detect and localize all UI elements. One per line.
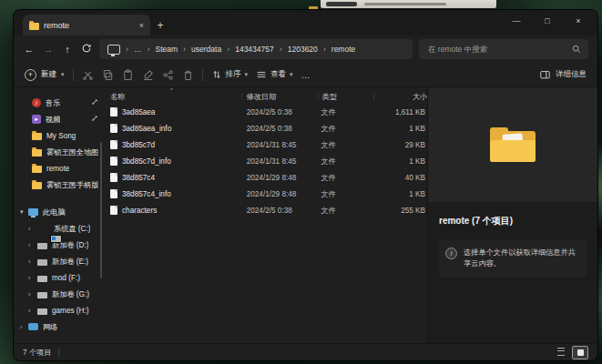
minimize-button[interactable]: — [501,10,532,34]
breadcrumb-segment-remote[interactable]: remote [332,45,355,54]
file-row[interactable]: 3bd85c7d 2024/1/31 8:45 文件 29 KB [110,136,427,153]
paste-button[interactable] [122,69,134,81]
file-name: 38d857c4_info [122,190,171,198]
column-headers: ^ 名称 修改日期 类型 大小 [110,89,427,104]
cut-button[interactable] [82,69,94,81]
share-button[interactable] [162,69,174,81]
sidebar-item-drive-c[interactable]: › 系统盘 (C:) [14,220,103,237]
chevron-right-icon[interactable]: › [183,45,186,54]
breadcrumb-segment-steam[interactable]: Steam [156,45,179,54]
sidebar-item-network[interactable]: › 网络 [14,318,103,335]
search-box[interactable] [419,39,588,59]
sidebar-item-drive-g[interactable]: › 新加卷 (G:) [14,286,103,302]
chevron-right-icon[interactable]: › [148,45,150,54]
sidebar-item-drive-f[interactable]: › mod (F:) [14,269,103,286]
sidebar-item-drive-h[interactable]: › games (H:) [14,302,103,318]
music-icon: ♪ [32,98,41,107]
pin-icon [91,98,98,107]
file-name: 38d857c4 [122,174,155,182]
refresh-button[interactable] [80,43,93,56]
file-icon [110,189,117,198]
large-icons-view-button[interactable] [572,346,588,359]
tab-title: remote [44,21,135,30]
back-button[interactable]: ← [23,44,36,55]
new-label: 新建 [41,69,56,80]
cut-icon [82,69,94,81]
sidebar-item-remote[interactable]: remote [14,160,103,177]
delete-button[interactable] [182,69,194,81]
breadcrumb-segment-userdata[interactable]: userdata [191,45,221,54]
sidebar-item-my-song[interactable]: My Song [14,127,103,144]
column-header-date[interactable]: 修改日期 [242,92,318,102]
file-date: 2024/2/5 0:38 [243,125,318,133]
tab-close-icon[interactable]: × [139,21,144,30]
file-row[interactable]: 3ad85aea 2024/2/5 0:38 文件 1,611 KB [110,104,427,120]
chevron-right-icon[interactable]: › [28,275,30,281]
chevron-down-icon: ▾ [290,71,293,78]
chevron-right-icon[interactable]: › [28,291,30,298]
sidebar-item-game-folder-2[interactable]: 雾锁王国手柄版 [14,177,103,193]
chevron-right-icon[interactable]: › [28,226,30,232]
sidebar-item-drive-e[interactable]: › 新加卷 (E:) [14,253,103,269]
column-header-name[interactable]: 名称 [110,92,242,102]
file-name: characters [122,207,157,215]
sidebar-scrollbar[interactable] [100,142,102,278]
file-name: 3bd85c7d [122,141,155,149]
close-button[interactable]: × [563,10,594,34]
file-row[interactable]: characters 2024/2/5 0:38 文件 255 KB [110,202,427,218]
sidebar-item-label: 雾锁王国手柄版 [46,180,98,190]
chevron-right-icon[interactable]: › [28,242,30,248]
chevron-down-icon: ▾ [61,71,65,78]
chevron-right-icon[interactable]: › [20,324,22,330]
file-row[interactable]: 38d857c4_info 2024/1/29 8:48 文件 1 KB [110,186,427,202]
maximize-button[interactable]: □ [532,10,563,34]
details-pane-toggle[interactable]: 详细信息 [539,69,587,80]
search-input[interactable] [426,44,566,55]
chevron-right-icon[interactable]: › [28,258,30,265]
tab-remote[interactable]: remote × [23,15,150,35]
up-button[interactable]: ↑ [61,44,74,55]
folder-icon [32,149,42,157]
chevron-right-icon[interactable]: › [280,45,282,54]
sidebar-item-this-pc[interactable]: ▾ 此电脑 [14,204,103,220]
column-header-size[interactable]: 大小 [374,92,427,102]
rename-button[interactable] [142,69,154,81]
file-row[interactable]: 3ad85aea_info 2024/2/5 0:38 文件 1 KB [110,120,427,136]
file-type: 文件 [317,206,370,216]
file-date: 2024/1/31 8:45 [243,157,318,166]
chevron-right-icon[interactable]: › [28,308,30,314]
chevron-right-icon[interactable]: › [323,45,326,54]
sidebar-item-game-folder-1[interactable]: 雾锁王国全地图 [14,144,103,160]
more-options-button[interactable]: … [301,70,311,80]
this-pc-icon [107,45,120,55]
file-size: 1,611 KB [371,108,427,116]
toolbar-divider [73,68,74,81]
breadcrumb-segment-userid[interactable]: 143434757 [235,45,274,54]
chevron-right-icon[interactable]: › [126,45,128,54]
file-row[interactable]: 38d857c4 2024/1/29 8:48 文件 40 KB [110,169,427,186]
details-preview [428,87,597,202]
sidebar-item-music[interactable]: ♪ 音乐 [14,95,103,111]
file-icon [110,140,117,149]
sidebar-item-label: mod (F:) [52,274,80,282]
sidebar-item-videos[interactable]: ▸ 视频 [14,111,103,127]
chevron-right-icon[interactable]: › [227,45,230,54]
column-header-type[interactable]: 类型 [319,92,374,102]
breadcrumb[interactable]: › … › Steam › userdata › 143434757 › 120… [99,39,413,59]
details-view-button[interactable] [554,346,568,358]
view-button[interactable]: 查看 ▾ [256,69,293,80]
breadcrumb-segment-appid[interactable]: 1203620 [288,45,318,54]
window-controls: — □ × [501,10,594,34]
new-button[interactable]: + 新建 ▾ [25,69,65,81]
file-explorer-window: remote × + — □ × ← → ↑ › … › Steam › use… [13,9,598,361]
new-tab-button[interactable]: + [150,15,170,35]
chevron-down-icon[interactable]: ▾ [20,208,24,216]
sort-button[interactable]: 排序 ▾ [211,69,249,80]
copy-button[interactable] [102,69,114,81]
file-row[interactable]: 3bd85c7d_info 2024/1/31 8:45 文件 1 KB [110,153,427,169]
forward-button[interactable]: → [42,44,55,55]
file-icon [110,173,117,182]
details-info: remote (7 个项目) i 选择单个文件以获取详细信息并共享云内容。 [428,202,597,343]
sidebar-item-label: remote [46,165,69,173]
breadcrumb-overflow[interactable]: … [134,45,142,54]
